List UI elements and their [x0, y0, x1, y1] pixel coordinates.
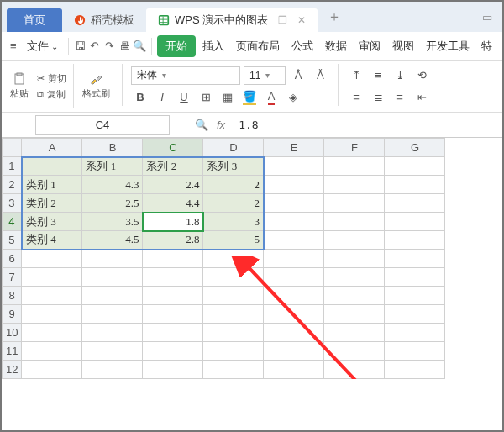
font-select[interactable]: 宋体▾	[131, 66, 240, 85]
cell-D2[interactable]: 2	[203, 176, 264, 194]
clear-button[interactable]: ◈	[284, 88, 302, 107]
cell-A7[interactable]	[22, 268, 82, 287]
italic-button[interactable]: I	[153, 88, 171, 107]
cell-F7[interactable]	[324, 268, 385, 287]
cut-button[interactable]: ✂剪切	[37, 72, 66, 85]
cell-C3[interactable]: 4.4	[143, 194, 203, 213]
cell-D8[interactable]	[203, 287, 264, 305]
cell-B12[interactable]	[82, 361, 143, 379]
cell-G11[interactable]	[385, 342, 445, 361]
cell-B10[interactable]	[82, 324, 143, 342]
menu-insert[interactable]: 插入	[197, 35, 229, 57]
menu-dev[interactable]: 开发工具	[421, 35, 475, 57]
paste-group[interactable]: 粘贴	[7, 64, 32, 108]
cell-F10[interactable]	[324, 324, 385, 342]
cell-D3[interactable]: 2	[203, 194, 264, 213]
row-header-5[interactable]: 5	[3, 231, 22, 250]
cell-A2[interactable]: 类别 1	[22, 176, 82, 194]
row-header-12[interactable]: 12	[3, 361, 22, 379]
fillcolor-button[interactable]: 🪣	[240, 88, 259, 107]
copy-button[interactable]: ⧉复制	[37, 88, 66, 101]
menu-formula[interactable]: 公式	[286, 35, 318, 57]
redo-icon[interactable]: ↷	[103, 37, 117, 55]
cell-D7[interactable]	[203, 268, 264, 287]
preview-icon[interactable]: 🔍	[133, 37, 146, 55]
menu-layout[interactable]: 页面布局	[231, 35, 285, 57]
cell-E12[interactable]	[264, 361, 324, 379]
row-header-6[interactable]: 6	[3, 250, 22, 268]
cell-F4[interactable]	[324, 213, 385, 231]
cell-F9[interactable]	[324, 305, 385, 324]
cell-A8[interactable]	[22, 287, 82, 305]
row-header-10[interactable]: 10	[3, 324, 22, 342]
cell-A9[interactable]	[22, 305, 82, 324]
menu-start[interactable]: 开始	[157, 35, 196, 57]
cell-D5[interactable]: 5	[203, 231, 264, 250]
cell-B6[interactable]	[82, 250, 143, 268]
cell-E3[interactable]	[264, 194, 324, 213]
shrink-font-icon[interactable]: Ǎ	[311, 66, 329, 85]
cell-D6[interactable]	[203, 250, 264, 268]
cell-C11[interactable]	[143, 342, 203, 361]
cell-E2[interactable]	[264, 176, 324, 194]
row-header-4[interactable]: 4	[3, 213, 22, 231]
tab-template[interactable]: 稻壳模板	[62, 8, 146, 32]
align-mid-icon[interactable]: ≡	[369, 66, 387, 85]
cell-D4[interactable]: 3	[203, 213, 264, 231]
menu-review[interactable]: 审阅	[354, 35, 386, 57]
close-tab-icon[interactable]: ✕	[297, 14, 306, 26]
cell-G3[interactable]	[385, 194, 445, 213]
grow-font-icon[interactable]: Â	[289, 66, 307, 85]
cell-D11[interactable]	[203, 342, 264, 361]
save-icon[interactable]: 🖫	[73, 37, 87, 55]
cell-B11[interactable]	[82, 342, 143, 361]
print-icon[interactable]: 🖶	[118, 37, 132, 55]
cell-G1[interactable]	[385, 157, 445, 176]
cell-G8[interactable]	[385, 287, 445, 305]
cell-G7[interactable]	[385, 268, 445, 287]
align-top-icon[interactable]: ⤒	[347, 66, 365, 85]
row-header-1[interactable]: 1	[3, 157, 22, 176]
cell-A12[interactable]	[22, 361, 82, 379]
cell-A3[interactable]: 类别 2	[22, 194, 82, 213]
indent-icon[interactable]: ⇤	[412, 88, 431, 107]
cell-D1[interactable]: 系列 3	[203, 157, 264, 176]
cell-F1[interactable]	[324, 157, 385, 176]
align-bot-icon[interactable]: ⤓	[391, 66, 409, 85]
row-header-7[interactable]: 7	[3, 268, 22, 287]
formula-input[interactable]: 1.8	[239, 119, 258, 131]
align-right-icon[interactable]: ≡	[391, 88, 409, 107]
cell-A4[interactable]: 类别 3	[22, 213, 82, 231]
fontcolor-button[interactable]: A	[262, 88, 281, 107]
cell-B7[interactable]	[82, 268, 143, 287]
cell-A11[interactable]	[22, 342, 82, 361]
cell-G10[interactable]	[385, 324, 445, 342]
col-header-G[interactable]: G	[385, 139, 445, 157]
window-menu-icon[interactable]: ▭	[482, 11, 492, 24]
cell-G12[interactable]	[385, 361, 445, 379]
row-header-9[interactable]: 9	[3, 305, 22, 324]
new-tab-button[interactable]: ＋	[328, 8, 341, 26]
align-left-icon[interactable]: ≡	[347, 88, 365, 107]
cell-B1[interactable]: 系列 1	[82, 157, 143, 176]
row-header-8[interactable]: 8	[3, 287, 22, 305]
cell-E8[interactable]	[264, 287, 324, 305]
cell-D12[interactable]	[203, 361, 264, 379]
cell-E7[interactable]	[264, 268, 324, 287]
cell-E1[interactable]	[264, 157, 324, 176]
cell-C12[interactable]	[143, 361, 203, 379]
cell-F11[interactable]	[324, 342, 385, 361]
col-header-B[interactable]: B	[82, 139, 143, 157]
cell-G9[interactable]	[385, 305, 445, 324]
undo-icon[interactable]: ↶	[88, 37, 102, 55]
cell-D9[interactable]	[203, 305, 264, 324]
cell-E10[interactable]	[264, 324, 324, 342]
orientation-icon[interactable]: ⟲	[412, 66, 431, 85]
menu-file[interactable]: 文件 ⌄	[22, 35, 63, 57]
border-button[interactable]: ▦	[218, 88, 237, 107]
cell-C6[interactable]	[143, 250, 203, 268]
cell-B2[interactable]: 4.3	[82, 176, 143, 194]
cell-A5[interactable]: 类别 4	[22, 231, 82, 250]
col-header-D[interactable]: D	[203, 139, 264, 157]
cell-G6[interactable]	[385, 250, 445, 268]
